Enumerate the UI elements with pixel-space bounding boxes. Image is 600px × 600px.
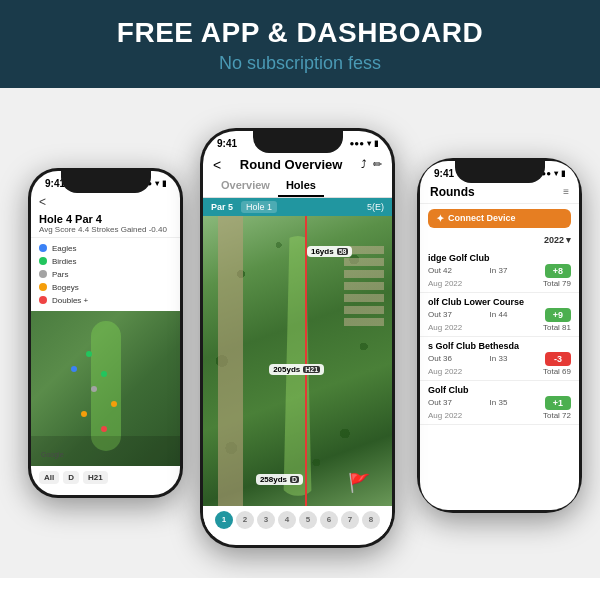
round-card-2[interactable]: olf Club Lower Course Out 37 In 44 +9 Au… (420, 293, 579, 337)
hole-dot-5[interactable]: 5 (299, 511, 317, 529)
dist-badge-3: D (290, 476, 299, 483)
total-3: Total 69 (543, 367, 571, 376)
hole-dot-7[interactable]: 7 (341, 511, 359, 529)
aerial-road (218, 216, 243, 506)
date-4: Aug 2022 (428, 411, 462, 420)
par-dot (39, 270, 47, 278)
battery-center: ▮ (374, 139, 378, 148)
round-row-3a: Out 36 In 33 -3 (428, 352, 571, 366)
share-icon[interactable]: ⤴ (361, 158, 367, 171)
date-3: Aug 2022 (428, 367, 462, 376)
legend: Eagles Birdies Pars Bogeys Doubles + (31, 238, 180, 311)
out-4: Out 37 (428, 398, 452, 407)
hole-dot-8[interactable]: 8 (362, 511, 380, 529)
hole-info: Hole 4 Par 4 Avg Score 4.4 Strokes Gaine… (31, 211, 180, 238)
rounds-title: Rounds (430, 185, 475, 199)
center-tabs: Overview Holes (203, 175, 392, 198)
time-right: 9:41 (434, 168, 454, 179)
date-2: Aug 2022 (428, 323, 462, 332)
nav-icons-center: ⤴ ✏ (361, 158, 382, 171)
legend-doubles: Doubles + (39, 296, 172, 305)
golf-map-left: Google (31, 311, 180, 466)
distance-badge-3: 258yds D (256, 474, 303, 485)
notch-right (455, 161, 545, 183)
course-1: idge Golf Club (428, 253, 571, 263)
round-row-3b: Aug 2022 Total 69 (428, 367, 571, 376)
notch-center (253, 131, 343, 153)
filter-chevron[interactable]: ▾ (566, 235, 571, 245)
phone-right-screen: 9:41 ●●● ▾ ▮ Rounds ≡ ✦ Connect Device 2… (420, 161, 579, 510)
course-2: olf Club Lower Course (428, 297, 571, 307)
round-row-2a: Out 37 In 44 +9 (428, 308, 571, 322)
hole-par: 5(E) (367, 202, 384, 212)
wifi-icon: ▾ (155, 179, 159, 188)
dist-value-1: 16yds (311, 247, 334, 256)
time-center: 9:41 (217, 138, 237, 149)
hole-dot-3[interactable]: 3 (257, 511, 275, 529)
google-label: Google (41, 451, 64, 458)
round-card-1[interactable]: idge Golf Club Out 42 In 37 +8 Aug 2022 … (420, 249, 579, 293)
tab-holes[interactable]: Holes (278, 175, 324, 197)
back-arrow-center[interactable]: < (213, 157, 221, 173)
out-2: Out 37 (428, 310, 452, 319)
total-1: Total 79 (543, 279, 571, 288)
round-card-3[interactable]: s Golf Club Bethesda Out 36 In 33 -3 Aug… (420, 337, 579, 381)
phone-right: 9:41 ●●● ▾ ▮ Rounds ≡ ✦ Connect Device 2… (417, 158, 582, 513)
hole-dot-4[interactable]: 4 (278, 511, 296, 529)
aerial-map: 16yds 58 205yds H21 258yds D 🚩 (203, 216, 392, 506)
phone-center: 9:41 ●●● ▾ ▮ < Round Overview ⤴ ✏ Overvi… (200, 128, 395, 548)
year-value: 2022 (544, 235, 564, 245)
btn-all[interactable]: All (39, 471, 59, 484)
dist-badge-2: H21 (303, 366, 320, 373)
back-arrow-left[interactable]: < (39, 195, 46, 209)
bogey-dot (39, 283, 47, 291)
header-section: FREE APP & DASHBOARD No subscription fes… (0, 0, 600, 88)
score-2: +9 (545, 308, 571, 322)
tab-overview[interactable]: Overview (213, 175, 278, 197)
hole-badge-bar: Par 5 Hole 1 5(E) (203, 198, 392, 216)
round-row-2b: Aug 2022 Total 81 (428, 323, 571, 332)
edit-icon[interactable]: ✏ (373, 158, 382, 171)
round-card-4[interactable]: Golf Club Out 37 In 35 +1 Aug 2022 Total… (420, 381, 579, 425)
par-label: Pars (52, 270, 68, 279)
distance-badge-2: 205yds H21 (269, 364, 324, 375)
hole-dot-1[interactable]: 1 (215, 511, 233, 529)
dist-badge-1: 58 (337, 248, 349, 255)
round-row-1b: Aug 2022 Total 79 (428, 279, 571, 288)
phone-left-screen: 9:41 ●●● ▾ ▮ < Hole 4 Par 4 Avg Score 4.… (31, 171, 180, 495)
hole-dot-2[interactable]: 2 (236, 511, 254, 529)
dot-2 (101, 371, 107, 377)
filter-icon[interactable]: ≡ (563, 186, 569, 197)
date-1: Aug 2022 (428, 279, 462, 288)
wifi-center: ▾ (367, 139, 371, 148)
hole-title: Hole 4 Par 4 (39, 213, 172, 225)
phones-container: 9:41 ●●● ▾ ▮ < Hole 4 Par 4 Avg Score 4.… (0, 88, 600, 578)
legend-eagles: Eagles (39, 244, 172, 253)
hole-subtitle: Avg Score 4.4 Strokes Gained -0.40 (39, 225, 172, 234)
notch-left (61, 171, 151, 193)
birdie-dot (39, 257, 47, 265)
signal-center: ●●● (350, 139, 365, 148)
course-4: Golf Club (428, 385, 571, 395)
double-label: Doubles + (52, 296, 88, 305)
dist-value-3: 258yds (260, 475, 287, 484)
btn-h21[interactable]: H21 (83, 471, 108, 484)
total-4: Total 72 (543, 411, 571, 420)
aerial-buildings (344, 246, 384, 326)
in-2: In 44 (490, 310, 508, 319)
bogey-label: Bogeys (52, 283, 79, 292)
red-line (305, 216, 307, 506)
round-row-4a: Out 37 In 35 +1 (428, 396, 571, 410)
course-3: s Golf Club Bethesda (428, 341, 571, 351)
legend-bogeys: Bogeys (39, 283, 172, 292)
connect-device-btn[interactable]: ✦ Connect Device (428, 209, 571, 228)
bottom-bar-left: All D H21 (31, 466, 180, 489)
phone-center-screen: 9:41 ●●● ▾ ▮ < Round Overview ⤴ ✏ Overvi… (203, 131, 392, 545)
round-row-4b: Aug 2022 Total 72 (428, 411, 571, 420)
btn-d[interactable]: D (63, 471, 79, 484)
connect-label: Connect Device (448, 213, 516, 223)
score-3: -3 (545, 352, 571, 366)
in-4: In 35 (490, 398, 508, 407)
dot-5 (81, 411, 87, 417)
hole-dot-6[interactable]: 6 (320, 511, 338, 529)
